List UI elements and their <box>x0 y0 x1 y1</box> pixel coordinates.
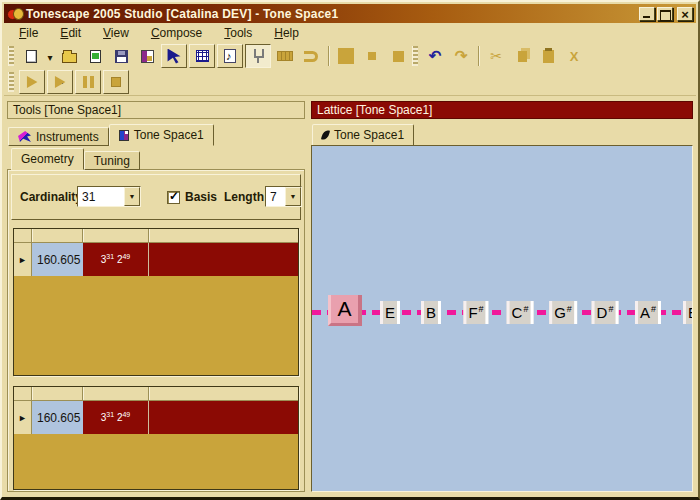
lattice-panel-caption: Lattice [Tone Space1] <box>311 101 693 119</box>
tuning-fork-button[interactable] <box>245 44 271 68</box>
instruments-icon <box>18 131 31 142</box>
grid-row: 160.605 331 249 <box>14 243 298 276</box>
tools-tabstrip: Instruments Tone Space1 <box>8 124 214 146</box>
loop-icon <box>304 51 318 62</box>
toolbar-grip[interactable] <box>8 72 14 92</box>
maximize-button[interactable] <box>657 7 673 21</box>
menu-edit[interactable]: Edit <box>51 24 94 42</box>
toolbar-separator <box>478 46 479 66</box>
cents-value-cell[interactable]: 160.605 <box>32 243 83 276</box>
empty-cell[interactable] <box>149 401 298 434</box>
copy-icon <box>518 51 527 62</box>
geometry-parameters: Cardinality 31 Basis Length 7 <box>11 174 301 220</box>
cut-button[interactable] <box>483 44 509 68</box>
play-selection-icon <box>54 76 66 89</box>
swatch-small-button[interactable] <box>359 44 385 68</box>
lattice-note-g-sharp[interactable]: G# <box>549 301 577 324</box>
title-bar[interactable]: Tonescape 2005 Studio [Catalina DEV] - T… <box>4 4 696 23</box>
cents-value-cell[interactable]: 160.605 <box>32 401 83 434</box>
menu-help[interactable]: Help <box>265 24 312 42</box>
lattice-note-f-sharp[interactable]: F# <box>463 301 488 324</box>
lattice-note-c-sharp[interactable]: C# <box>507 301 534 324</box>
redo-button[interactable] <box>448 44 474 68</box>
new-dropdown-button[interactable] <box>44 44 56 68</box>
length-dropdown-icon[interactable] <box>285 187 301 206</box>
menu-tools[interactable]: Tools <box>215 24 265 42</box>
save-button[interactable] <box>108 44 134 68</box>
lattice-note-b[interactable]: B <box>421 301 441 324</box>
length-combobox[interactable]: 7 <box>265 186 302 207</box>
undo-button[interactable] <box>422 44 448 68</box>
new-document-icon <box>26 50 37 63</box>
cardinality-value: 31 <box>78 187 124 206</box>
import-tuning-icon <box>90 50 101 63</box>
import-tuning-button[interactable] <box>82 44 108 68</box>
lattice-tabstrip: Tone Space1 <box>312 124 414 146</box>
cut-icon <box>490 47 502 65</box>
lattice-note-e[interactable]: E <box>380 301 400 324</box>
lattice-view-button[interactable] <box>189 44 215 68</box>
close-button[interactable] <box>677 7 693 21</box>
copy-button[interactable] <box>509 44 535 68</box>
window-title: Tonescape 2005 Studio [Catalina DEV] - T… <box>26 7 639 21</box>
undo-icon <box>429 47 442 65</box>
paste-button[interactable] <box>535 44 561 68</box>
delete-button[interactable] <box>561 44 587 68</box>
basis-checkbox[interactable] <box>167 191 180 204</box>
tab-lattice-tone-space1[interactable]: Tone Space1 <box>312 124 414 146</box>
stop-button[interactable] <box>103 70 129 94</box>
play-selection-button[interactable] <box>47 70 73 94</box>
minimize-button[interactable] <box>639 7 655 21</box>
save-as-image-button[interactable] <box>134 44 160 68</box>
grid-row: 160.605 331 249 <box>14 401 298 434</box>
tab-tone-space1-label: Tone Space1 <box>134 128 204 142</box>
swatch-medium-icon <box>393 51 404 62</box>
menu-view[interactable]: View <box>94 24 142 42</box>
toolbar-grip[interactable] <box>412 46 418 66</box>
loop-button[interactable] <box>298 44 324 68</box>
empty-cell[interactable] <box>149 243 298 276</box>
lattice-leaf-icon <box>321 129 330 140</box>
row-selector-icon[interactable] <box>14 401 32 434</box>
redo-icon <box>455 47 468 65</box>
ratio-cell[interactable]: 331 249 <box>83 243 149 276</box>
select-pointer-button[interactable] <box>161 44 187 68</box>
delete-icon <box>570 47 579 65</box>
menu-file[interactable]: File <box>10 24 51 42</box>
keyboard-button[interactable] <box>272 44 298 68</box>
score-view-button[interactable] <box>217 44 243 68</box>
tab-instruments[interactable]: Instruments <box>8 127 109 146</box>
swatch-large-button[interactable] <box>333 44 359 68</box>
play-button[interactable] <box>19 70 45 94</box>
menu-compose[interactable]: Compose <box>142 24 215 42</box>
stop-icon <box>111 77 121 87</box>
open-file-icon <box>62 53 77 63</box>
pause-button[interactable] <box>75 70 101 94</box>
lattice-view-icon <box>196 50 209 62</box>
ratio-fraction: 331 249 <box>101 253 131 266</box>
window-controls <box>639 7 693 21</box>
ratio-fraction: 331 249 <box>101 411 131 424</box>
lattice-note-d-sharp[interactable]: D# <box>592 301 619 324</box>
row-selector-icon[interactable] <box>14 243 32 276</box>
tab-tone-space1[interactable]: Tone Space1 <box>109 124 214 146</box>
toolbar-grip[interactable] <box>8 46 14 66</box>
lattice-note-a[interactable]: A <box>328 295 362 326</box>
new-document-button[interactable] <box>18 44 44 68</box>
tuning-fork-icon <box>253 49 263 64</box>
ratio-cell[interactable]: 331 249 <box>83 401 149 434</box>
cardinality-dropdown-icon[interactable] <box>124 187 140 206</box>
open-file-button[interactable] <box>56 44 82 68</box>
lattice-note-a-sharp[interactable]: A# <box>635 301 661 324</box>
lattice-canvas[interactable]: AEBF#C#G#D#A#E <box>311 145 693 492</box>
toolbar-separator <box>328 46 329 66</box>
tab-instruments-label: Instruments <box>36 130 99 144</box>
tab-tuning[interactable]: Tuning <box>84 151 140 170</box>
geometry-tuning-tabstrip: Geometry Tuning <box>11 148 140 170</box>
cardinality-combobox[interactable]: 31 <box>77 186 141 207</box>
tab-geometry[interactable]: Geometry <box>11 148 84 170</box>
lattice-note-e[interactable]: E <box>683 301 693 324</box>
paste-icon <box>543 50 554 63</box>
swatch-medium-button[interactable] <box>385 44 411 68</box>
tab-geometry-label: Geometry <box>21 152 74 166</box>
